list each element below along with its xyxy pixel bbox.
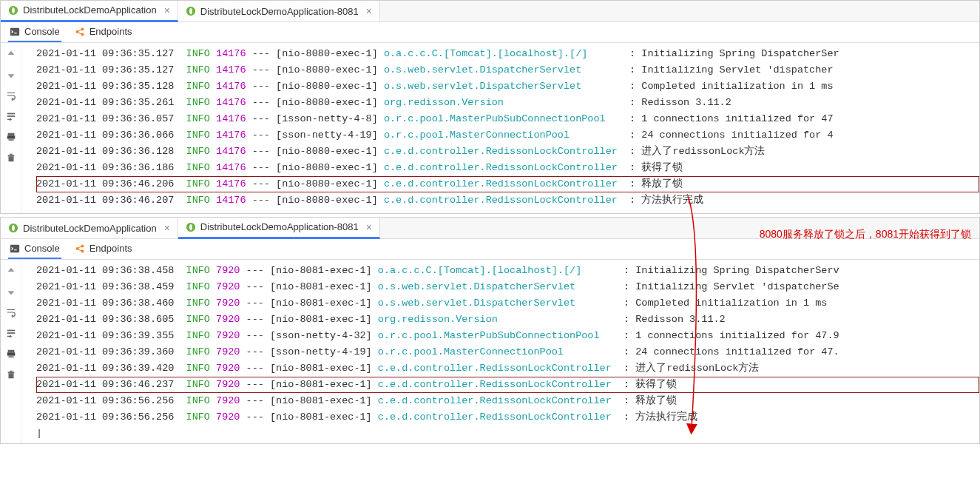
scroll-down-icon[interactable] [4,68,18,81]
log-separator: --- [246,144,277,160]
log-line: 2021-01-11 09:36:36.128 INFO 14176 --- [… [36,144,979,160]
log-source: o.s.web.servlet.DispatcherServlet [384,78,624,95]
log-level: INFO [186,312,210,328]
svg-point-19 [81,249,84,252]
log-timestamp: 2021-01-11 09:36:56.256 [36,393,186,409]
run-config-tab[interactable]: DistributeLockDemoApplication-8081× [178,1,380,21]
log-timestamp: 2021-01-11 09:36:38.605 [36,312,186,328]
scroll-up-icon[interactable] [4,264,18,278]
tabs-row: DistributeLockDemoApplication×Distribute… [1,218,979,239]
console-log[interactable]: 2021-01-11 09:36:38.458 INFO 7920 --- [n… [21,260,979,443]
log-level: INFO [186,95,210,111]
log-thread: [nio-8081-exec-1] [270,393,378,409]
soft-wrap-icon[interactable] [4,306,18,319]
run-config-tab[interactable]: DistributeLockDemoApplication× [1,1,178,22]
log-separator: : [618,312,635,328]
log-pid: 14176 [210,160,246,176]
log-message: Initializing Servlet 'dispatcher [641,62,833,78]
log-separator: : [624,176,641,192]
svg-rect-24 [8,355,13,358]
run-panel-8080: DistributeLockDemoApplication×Distribute… [0,0,980,214]
scroll-to-end-icon[interactable] [4,110,18,123]
log-line: 2021-01-11 09:36:36.057 INFO 14176 --- [… [36,111,979,127]
log-message: Completed initialization in 1 ms [641,78,833,95]
log-separator: : [618,295,635,312]
print-icon[interactable] [4,130,18,144]
log-message: Initializing Servlet 'dispatcherSe [635,279,839,295]
svg-rect-22 [7,350,14,353]
log-thread: [sson-netty-4-19] [270,344,378,360]
log-level: INFO [186,279,210,295]
log-separator: : [618,393,635,409]
log-source: c.e.d.controller.RedissonLockController [378,409,618,426]
log-separator: --- [240,312,270,328]
log-line: 2021-01-11 09:36:46.237 INFO 7920 --- [n… [36,377,979,393]
log-separator: : [618,328,635,344]
log-level: INFO [186,192,210,209]
log-message: 1 connections initialized for 47.9 [635,328,839,344]
subtabs-row: ConsoleEndpoints [1,22,979,43]
log-timestamp: 2021-01-11 09:36:36.066 [36,127,186,144]
subtab-label: Endpoints [89,26,132,37]
log-level: INFO [186,111,210,127]
log-thread: [isson-netty-4-8] [276,111,384,127]
log-thread: [nio-8080-exec-1] [276,62,384,78]
log-timestamp: 2021-01-11 09:36:35.128 [36,78,186,95]
log-pid: 14176 [210,95,246,111]
log-timestamp: 2021-01-11 09:36:39.360 [36,344,186,360]
endpoints-subtab[interactable]: Endpoints [73,240,134,259]
console-log[interactable]: 2021-01-11 09:36:35.127 INFO 14176 --- [… [21,43,979,213]
log-separator: : [624,192,641,209]
tab-label: DistributeLockDemoApplication-8081 [200,221,359,232]
app-icon [186,222,196,232]
log-thread: [nio-8080-exec-1] [276,192,384,209]
log-separator: --- [240,360,270,377]
close-icon[interactable]: × [164,4,170,16]
scroll-to-end-icon[interactable] [4,326,18,340]
run-config-tab[interactable]: DistributeLockDemoApplication-8081× [178,218,380,239]
tab-label: DistributeLockDemoApplication [23,223,157,234]
endpoints-subtab[interactable]: Endpoints [73,23,134,42]
log-source: c.e.d.controller.RedissonLockController [378,393,618,409]
log-source: org.redisson.Version [378,312,618,328]
scroll-up-icon[interactable] [4,47,18,61]
log-line: 2021-01-11 09:36:36.066 INFO 14176 --- [… [36,127,979,144]
svg-rect-6 [7,113,15,115]
console-subtab[interactable]: Console [8,23,61,42]
console-subtab[interactable]: Console [8,240,61,259]
svg-point-5 [81,33,84,36]
log-line: 2021-01-11 09:36:56.256 INFO 7920 --- [n… [36,393,979,409]
log-thread: [nio-8081-exec-1] [270,295,378,312]
log-separator: : [624,111,641,127]
subtab-label: Console [24,243,60,254]
log-separator: --- [240,393,270,409]
svg-rect-27 [10,371,13,372]
svg-rect-21 [7,332,15,334]
log-separator: --- [246,78,277,95]
close-icon[interactable]: × [164,222,170,234]
scroll-down-icon[interactable] [4,285,18,298]
log-line: 2021-01-11 09:36:35.127 INFO 14176 --- [… [36,62,979,78]
terminal-icon [10,243,20,254]
caret: | [36,426,979,439]
log-pid: 14176 [210,111,246,127]
endpoints-icon [75,243,85,254]
soft-wrap-icon[interactable] [4,89,18,102]
log-thread: [nio-8081-exec-1] [270,263,378,279]
tab-label: DistributeLockDemoApplication [23,4,157,16]
run-panel-8081: DistributeLockDemoApplication×Distribute… [0,217,980,444]
trash-icon[interactable] [4,368,18,381]
log-level: INFO [186,328,210,344]
app-icon [8,223,18,233]
log-source: c.e.d.controller.RedissonLockController [384,176,624,192]
log-pid: 7920 [210,377,240,393]
log-source: o.r.c.pool.MasterPubSubConnectionPool [384,111,624,127]
trash-icon[interactable] [4,151,18,164]
log-timestamp: 2021-01-11 09:36:38.459 [36,279,186,295]
print-icon[interactable] [4,347,18,360]
close-icon[interactable]: × [366,221,372,233]
log-source: o.s.web.servlet.DispatcherServlet [378,279,618,295]
close-icon[interactable]: × [366,5,372,17]
app-icon [8,5,18,16]
run-config-tab[interactable]: DistributeLockDemoApplication× [1,218,178,238]
